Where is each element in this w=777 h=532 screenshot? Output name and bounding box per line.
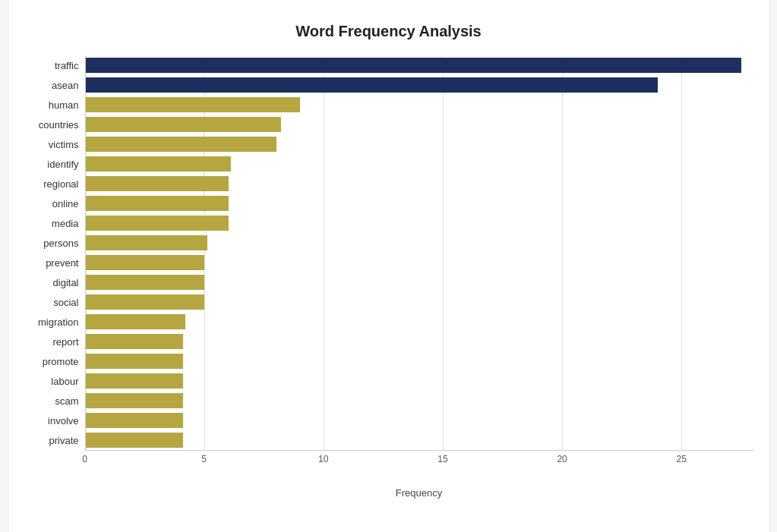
bar-row bbox=[86, 351, 753, 371]
y-label-migration: migration bbox=[38, 312, 78, 332]
bar-regional bbox=[86, 176, 229, 191]
bar-row bbox=[86, 233, 753, 253]
chart-area: trafficaseanhumancountriesvictimsidentif… bbox=[24, 55, 753, 499]
bar-row bbox=[86, 194, 753, 213]
bar-report bbox=[86, 334, 184, 349]
bar-involve bbox=[86, 413, 184, 428]
bar-labour bbox=[86, 373, 184, 389]
y-label-digital: digital bbox=[53, 272, 79, 292]
y-label-identify: identify bbox=[47, 154, 78, 174]
bar-human bbox=[86, 97, 301, 112]
x-tick: 15 bbox=[437, 454, 447, 464]
y-label-private: private bbox=[49, 430, 78, 450]
bars-area bbox=[85, 55, 753, 451]
bar-row bbox=[86, 95, 753, 115]
y-axis-labels: trafficaseanhumancountriesvictimsidentif… bbox=[24, 55, 85, 499]
x-tick: 10 bbox=[318, 454, 328, 464]
bar-asean bbox=[86, 77, 658, 93]
bar-migration bbox=[86, 314, 186, 329]
bar-traffic bbox=[86, 58, 741, 73]
bar-row bbox=[86, 411, 753, 430]
y-label-asean: asean bbox=[52, 75, 78, 95]
bar-social bbox=[86, 294, 205, 310]
y-label-countries: countries bbox=[39, 115, 79, 134]
bar-row bbox=[86, 213, 753, 233]
y-label-traffic: traffic bbox=[55, 55, 79, 75]
x-tick: 20 bbox=[557, 454, 567, 464]
bar-promote bbox=[86, 354, 184, 369]
bar-row bbox=[86, 332, 753, 351]
bar-online bbox=[86, 196, 229, 211]
bar-persons bbox=[86, 235, 207, 250]
bar-row bbox=[86, 391, 753, 411]
bar-row bbox=[86, 312, 753, 332]
bar-victims bbox=[86, 137, 276, 152]
bar-row bbox=[86, 115, 753, 134]
bar-scam bbox=[86, 393, 184, 408]
bar-row bbox=[86, 174, 753, 194]
x-axis: 0510152025 bbox=[85, 454, 753, 469]
chart-title: Word Frequency Analysis bbox=[24, 23, 753, 40]
y-label-scam: scam bbox=[55, 391, 78, 411]
bar-row bbox=[86, 55, 753, 75]
y-label-prevent: prevent bbox=[46, 253, 78, 272]
bar-row bbox=[86, 253, 753, 272]
x-tick: 5 bbox=[201, 454, 207, 464]
y-label-media: media bbox=[52, 213, 78, 233]
y-label-promote: promote bbox=[43, 351, 79, 371]
bar-private bbox=[86, 433, 184, 448]
bar-digital bbox=[86, 275, 205, 290]
y-label-report: report bbox=[53, 332, 79, 351]
y-label-social: social bbox=[53, 292, 78, 312]
x-axis-label: Frequency bbox=[85, 487, 753, 499]
bar-row bbox=[86, 272, 753, 292]
bars-and-xaxis: 0510152025 Frequency bbox=[85, 55, 753, 499]
bar-row bbox=[86, 75, 753, 95]
y-label-persons: persons bbox=[43, 233, 78, 253]
bar-row bbox=[86, 371, 753, 391]
bar-row bbox=[86, 292, 753, 312]
y-label-labour: labour bbox=[51, 371, 78, 391]
y-label-victims: victims bbox=[49, 134, 79, 154]
y-label-involve: involve bbox=[48, 411, 78, 430]
bar-row bbox=[86, 430, 753, 450]
bar-row bbox=[86, 154, 753, 174]
y-label-human: human bbox=[49, 95, 79, 115]
bar-media bbox=[86, 216, 229, 231]
y-label-regional: regional bbox=[43, 174, 78, 194]
bar-row bbox=[86, 134, 753, 154]
bar-countries bbox=[86, 117, 281, 132]
x-tick: 25 bbox=[677, 454, 687, 464]
bar-prevent bbox=[86, 255, 205, 270]
y-label-online: online bbox=[52, 194, 79, 213]
bar-identify bbox=[86, 156, 231, 172]
x-tick: 0 bbox=[82, 454, 87, 464]
chart-container: Word Frequency Analysis trafficaseanhuma… bbox=[9, 0, 769, 532]
